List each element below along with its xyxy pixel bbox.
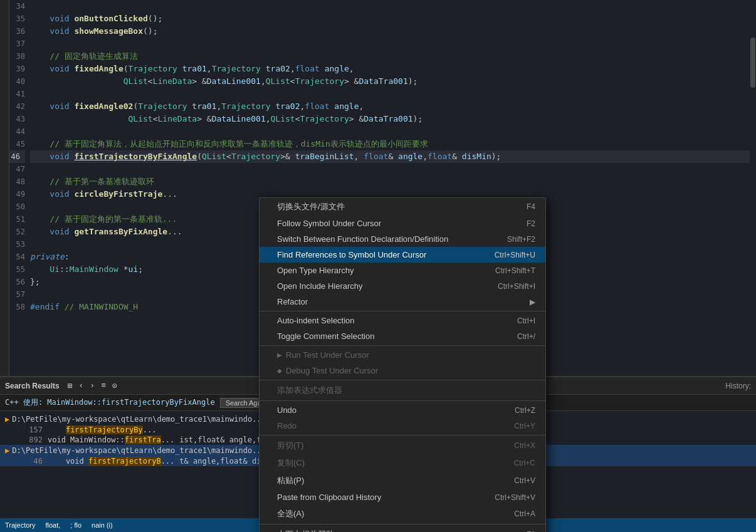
menu-item-paste[interactable]: 粘贴(P) Ctrl+V xyxy=(260,472,545,489)
menu-separator-6 xyxy=(260,524,545,524)
history-label: History: xyxy=(725,382,751,390)
panel-icon-next[interactable]: › xyxy=(88,380,97,392)
menu-separator-1 xyxy=(260,311,545,311)
panel-icon-expand[interactable]: ≡ xyxy=(99,380,108,392)
menu-item-redo: Redo Ctrl+Y xyxy=(260,418,545,434)
panel-toolbar: ⊞ ‹ › ≡ ⊙ xyxy=(66,380,119,392)
editor-scrollbar[interactable] xyxy=(750,0,756,376)
menu-item-open-type-hierarchy[interactable]: Open Type Hierarchy Ctrl+Shift+T xyxy=(260,263,545,278)
menu-item-refactor[interactable]: Refactor ▶ xyxy=(260,294,545,310)
left-sidebar xyxy=(0,0,9,376)
menu-item-switch-decl-def[interactable]: Switch Between Function Declaration/Defi… xyxy=(260,231,545,247)
search-query-text: C++ 使用: MainWindow::firstTrajectoryByFix… xyxy=(5,397,215,408)
menu-item-open-include-hierarchy[interactable]: Open Include Hierarchy Ctrl+Shift+I xyxy=(260,278,545,294)
panel-icon-list[interactable]: ⊞ xyxy=(66,380,75,392)
menu-separator-2 xyxy=(260,345,545,346)
status-item-trajectory: Trajectory xyxy=(5,521,36,529)
menu-item-cut: 剪切(T) Ctrl+X xyxy=(260,437,545,454)
panel-icon-prev[interactable]: ‹ xyxy=(77,380,86,392)
menu-item-undo[interactable]: Undo Ctrl+Z xyxy=(260,402,545,418)
menu-separator-3 xyxy=(260,380,545,380)
menu-item-debug-test: ◆ Debug Test Under Cursor xyxy=(260,363,545,378)
menu-item-add-expr: 添加表达式求值器 xyxy=(260,382,545,399)
menu-item-find-references[interactable]: Find References to Symbol Under Cursor C… xyxy=(260,247,545,263)
menu-item-switch-header[interactable]: 切换头文件/源文件 F4 xyxy=(260,198,545,216)
menu-separator-4 xyxy=(260,400,545,401)
status-item-flo: ; flo xyxy=(70,521,81,529)
menu-item-run-test: ▶ Run Test Under Cursor xyxy=(260,347,545,363)
menu-item-context-help[interactable]: 上下文相关帮助 F1 xyxy=(260,526,545,532)
menu-item-paste-history[interactable]: Paste from Clipboard History Ctrl+Shift+… xyxy=(260,489,545,505)
menu-item-auto-indent[interactable]: Auto-indent Selection Ctrl+I xyxy=(260,313,545,328)
menu-item-toggle-comment[interactable]: Toggle Comment Selection Ctrl+/ xyxy=(260,328,545,344)
menu-item-select-all[interactable]: 全选(A) Ctrl+A xyxy=(260,505,545,523)
status-item-float: float, xyxy=(46,521,61,529)
menu-separator-5 xyxy=(260,435,545,436)
menu-item-follow-symbol[interactable]: Follow Symbol Under Cursor F2 xyxy=(260,216,545,231)
status-item-main: nain (i) xyxy=(92,521,113,529)
menu-item-copy: 复制(C) Ctrl+C xyxy=(260,454,545,472)
panel-icon-filter[interactable]: ⊙ xyxy=(110,380,119,392)
context-menu: 切换头文件/源文件 F4 Follow Symbol Under Cursor … xyxy=(259,197,546,532)
panel-title: Search Results xyxy=(5,382,60,390)
